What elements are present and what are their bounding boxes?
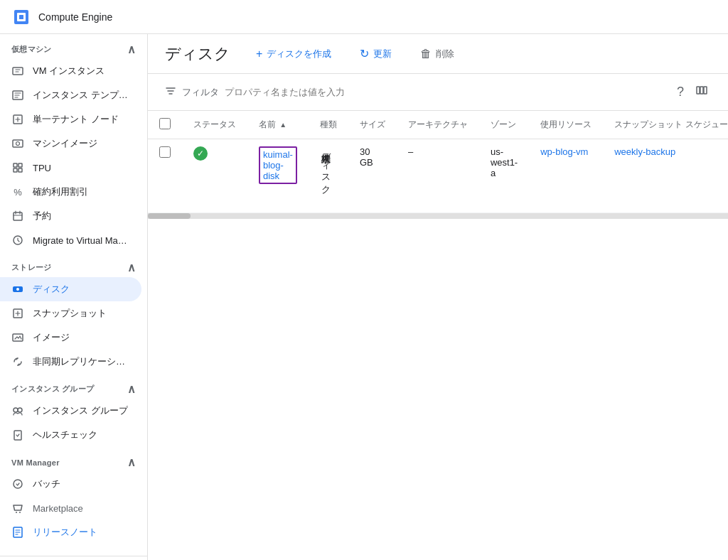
svg-point-23 xyxy=(19,512,21,513)
sidebar-item-marketplace[interactable]: Marketplace xyxy=(0,496,141,520)
app-logo: Compute Engine xyxy=(11,7,112,27)
col-type: 種類 xyxy=(309,111,348,139)
row-schedule-cell: weekly-backup xyxy=(603,139,728,213)
reservations-icon xyxy=(11,210,24,222)
sidebar-item-label: マシンイメージ xyxy=(33,137,97,150)
svg-point-7 xyxy=(16,142,20,146)
sidebar-item-images[interactable]: イメージ xyxy=(0,325,141,350)
svg-rect-27 xyxy=(704,87,707,94)
column-settings-button[interactable] xyxy=(692,81,711,103)
sidebar-item-committed[interactable]: % 確約利用割引 xyxy=(0,180,141,204)
schedule-link[interactable]: weekly-backup xyxy=(614,146,675,157)
sidebar-item-vm-instances[interactable]: VM インスタンス xyxy=(0,59,141,83)
app-title: Compute Engine xyxy=(38,11,112,23)
disk-name-link[interactable]: kuimal-blog-disk xyxy=(259,146,297,184)
select-all-col xyxy=(148,111,182,139)
sidebar: 仮想マシン ∧ VM インスタンス インスタンス テンプレー... 単一テナント… xyxy=(0,34,148,560)
sidebar-item-label: 予約 xyxy=(33,210,51,222)
disk-icon xyxy=(11,283,24,296)
sidebar-item-patch[interactable]: バッチ xyxy=(0,472,141,496)
sidebar-item-label: 確約利用割引 xyxy=(33,185,88,198)
sidebar-item-sole-tenant[interactable]: 単一テナント ノード xyxy=(0,107,141,131)
create-disk-button[interactable]: + ディスクを作成 xyxy=(247,43,340,65)
sort-asc-icon: ▲ xyxy=(279,121,287,129)
sole-tenant-icon xyxy=(11,113,24,126)
sidebar-item-health-checks[interactable]: ヘルスチェック xyxy=(0,423,141,447)
svg-point-15 xyxy=(16,288,19,291)
svg-point-22 xyxy=(16,512,17,513)
sidebar-item-instance-templates[interactable]: インスタンス テンプレー... xyxy=(0,83,141,107)
sidebar-section-vm-manager: VM Manager ∧ xyxy=(0,447,147,472)
page-header: ディスク + ディスクを作成 ↻ 更新 🗑 削除 xyxy=(148,34,728,74)
sidebar-item-label: スナップショット xyxy=(33,307,107,320)
row-checkbox-cell xyxy=(148,139,182,213)
sidebar-item-instance-groups[interactable]: インスタンス グループ xyxy=(0,399,141,423)
delete-button[interactable]: 🗑 削除 xyxy=(412,43,463,65)
migrate-icon xyxy=(11,234,24,247)
sidebar-item-release-notes[interactable]: リリースノート xyxy=(0,520,141,544)
sidebar-item-disks[interactable]: ディスク xyxy=(0,277,141,301)
filter-label: フィルタ xyxy=(182,86,219,99)
sidebar-item-label: バッチ xyxy=(33,478,60,490)
col-zone: ゾーン xyxy=(479,111,529,139)
sidebar-item-snapshots[interactable]: スナップショット xyxy=(0,301,141,325)
sidebar-item-reservations[interactable]: 予約 xyxy=(0,204,141,228)
table-header-row: ステータス 名前 ▲ 種類 サイズ アーキテクチャ xyxy=(148,111,728,139)
columns-icon xyxy=(695,85,708,99)
svg-rect-12 xyxy=(14,212,22,220)
images-icon xyxy=(11,331,24,344)
svg-point-19 xyxy=(18,408,22,412)
sidebar-item-machine-images[interactable]: マシンイメージ xyxy=(0,131,141,156)
horizontal-scrollbar[interactable] xyxy=(148,213,728,219)
add-icon: + xyxy=(256,48,262,60)
scrollbar-thumb[interactable] xyxy=(148,213,191,219)
filter-input[interactable] xyxy=(225,87,668,97)
help-button[interactable]: ? xyxy=(674,82,687,102)
sidebar-item-label: リリースノート xyxy=(33,526,97,539)
sidebar-item-migrate[interactable]: Migrate to Virtual Machin... xyxy=(0,228,141,252)
table-row: ✓ kuimal-blog-disk 標準永続ディスク 30 GB – xyxy=(148,139,728,213)
patch-icon xyxy=(11,478,24,490)
select-all-checkbox[interactable] xyxy=(159,118,171,129)
sidebar-item-tpu[interactable]: TPU xyxy=(0,156,141,180)
sidebar-item-label: Marketplace xyxy=(33,503,83,514)
chevron-up-icon: ∧ xyxy=(127,456,136,469)
filter-actions: ? xyxy=(674,81,711,103)
machine-image-icon xyxy=(11,137,24,150)
sidebar-item-label: ヘルスチェック xyxy=(33,429,97,441)
release-notes-icon xyxy=(11,526,24,539)
delete-label: 削除 xyxy=(436,48,454,60)
svg-rect-10 xyxy=(14,168,17,172)
col-name[interactable]: 名前 ▲ xyxy=(247,111,309,139)
svg-rect-6 xyxy=(13,140,23,147)
refresh-label: 更新 xyxy=(373,48,392,60)
sidebar-item-async-replication[interactable]: 非同期レプリケーション xyxy=(0,350,141,374)
sidebar-section-kaso: 仮想マシン ∧ xyxy=(0,34,147,59)
svg-point-18 xyxy=(14,408,18,412)
svg-rect-26 xyxy=(700,87,703,94)
col-schedule: スナップショット スケジュー xyxy=(603,111,728,139)
filter-bar: フィルタ ? xyxy=(148,74,728,111)
row-name-cell: kuimal-blog-disk xyxy=(247,139,309,213)
tpu-icon xyxy=(11,161,24,174)
template-icon xyxy=(11,89,24,102)
chevron-up-icon: ∧ xyxy=(127,382,136,396)
help-icon: ? xyxy=(677,85,684,99)
svg-rect-2 xyxy=(19,15,23,19)
health-check-icon xyxy=(11,429,24,441)
sidebar-section-storage: ストレージ ∧ xyxy=(0,252,147,277)
filter-icon xyxy=(165,85,176,99)
snapshot-icon xyxy=(11,307,24,320)
resource-link[interactable]: wp-blog-vm xyxy=(540,146,588,157)
sidebar-item-label: 単一テナント ノード xyxy=(33,113,119,126)
disk-table-container: ステータス 名前 ▲ 種類 サイズ アーキテクチャ xyxy=(148,111,728,560)
row-zone-cell: us-west1-a xyxy=(479,139,529,213)
row-select-checkbox[interactable] xyxy=(159,146,171,158)
main-content: ディスク + ディスクを作成 ↻ 更新 🗑 削除 フィルタ xyxy=(148,34,728,560)
row-resource-cell: wp-blog-vm xyxy=(529,139,603,213)
row-type-cell: 標準永続ディスク xyxy=(309,139,348,213)
refresh-icon: ↻ xyxy=(360,47,369,60)
row-size-cell: 30 GB xyxy=(348,139,397,213)
disk-table: ステータス 名前 ▲ 種類 サイズ アーキテクチャ xyxy=(148,111,728,213)
refresh-button[interactable]: ↻ 更新 xyxy=(351,43,400,65)
